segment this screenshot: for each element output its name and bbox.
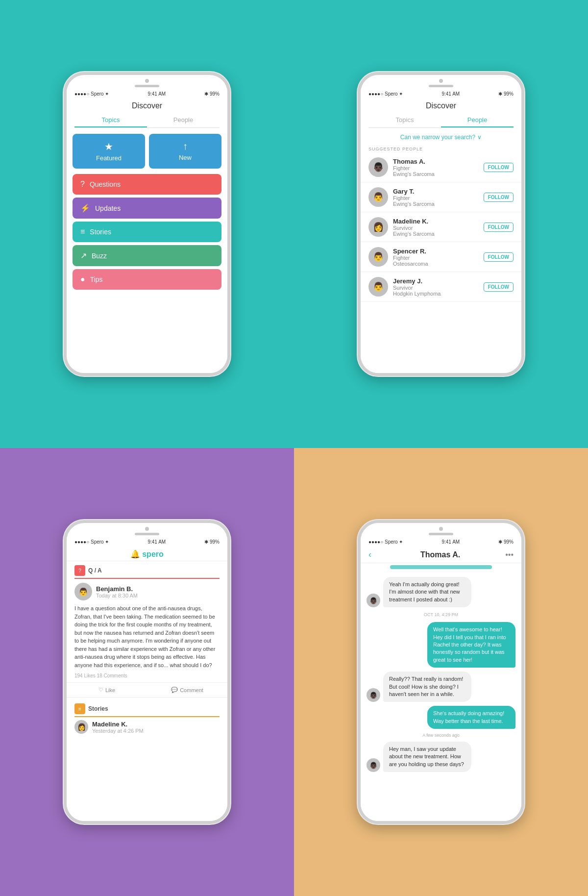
discover-title-2: Discover — [368, 101, 514, 110]
qa-section-badge: ? Q / A — [67, 561, 227, 578]
lightning-icon: ⚡ — [80, 203, 90, 213]
quadrant-top-right: ●●●●○ Spero ✦ 9:41 AM ✱ 99% Discover Top… — [294, 0, 588, 448]
back-button[interactable]: ‹ — [368, 549, 371, 560]
phone-2: ●●●●○ Spero ✦ 9:41 AM ✱ 99% Discover Top… — [358, 72, 524, 376]
person-info-2: Madeline K. Survivor Ewing's Sarcoma — [393, 218, 479, 237]
mini-author-avatar: 👩 — [74, 720, 88, 734]
speaker-2 — [429, 85, 453, 87]
follow-button-3[interactable]: FOLLOW — [484, 252, 514, 262]
status-bar-3: ●●●●○ Spero ✦ 9:41 AM ✱ 99% — [67, 537, 227, 546]
carrier-4: ●●●●○ Spero ✦ — [368, 539, 403, 545]
tab-topics-2[interactable]: Topics — [368, 113, 441, 127]
featured-button[interactable]: ★ Featured — [73, 134, 145, 169]
quadrant-bottom-left: ●●●●○ Spero ✦ 9:41 AM ✱ 99% 🔔 spero ? Q … — [0, 448, 294, 896]
screen2-header: Discover Topics People — [361, 98, 521, 130]
follow-button-2[interactable]: FOLLOW — [484, 223, 514, 232]
camera-dot-3 — [145, 527, 149, 531]
tab-topics-1[interactable]: Topics — [74, 113, 147, 127]
person-row-4: 👨 Jeremy J. Survivor Hodgkin Lymphoma FO… — [361, 272, 521, 302]
avatar-gary: 👨 — [368, 187, 388, 207]
narrow-search[interactable]: Can we narrow your search? ∨ — [361, 130, 521, 145]
battery-4: ✱ 99% — [498, 539, 514, 545]
like-button[interactable]: ♡ Like — [67, 683, 147, 697]
qa-label: Q / A — [88, 567, 102, 574]
battery-3: ✱ 99% — [204, 539, 220, 545]
msg-avatar-2: 👨🏿 — [367, 758, 380, 772]
more-options-button[interactable]: ••• — [505, 550, 514, 559]
time-1: 9:41 AM — [147, 91, 166, 97]
new-button[interactable]: ↑ New — [149, 134, 221, 169]
msg-in-2: 👨🏿 Hey man, I saw your update about the … — [367, 742, 515, 772]
post-body: I have a question about one of the anti-… — [67, 602, 227, 671]
stories-icon: ≡ — [74, 703, 85, 714]
comment-button[interactable]: 💬 Comment — [147, 683, 227, 697]
avatar-jeremy: 👨 — [368, 277, 388, 297]
post-author-name: Benjamin B. — [96, 585, 138, 593]
person-name-3: Spencer R. — [393, 248, 479, 255]
bubble-out-1: She's actually doing amazing! Way better… — [427, 706, 515, 729]
person-condition-3: Osteosarcoma — [393, 261, 479, 267]
screen1-header: Discover Topics People — [67, 98, 227, 130]
time-4: 9:41 AM — [441, 539, 460, 545]
post-time: Today at 8:30 AM — [96, 593, 138, 598]
like-label: Like — [105, 687, 115, 693]
screen-1: ●●●●○ Spero ✦ 9:41 AM ✱ 99% Discover Top… — [67, 89, 227, 373]
screen-2: ●●●●○ Spero ✦ 9:41 AM ✱ 99% Discover Top… — [361, 89, 521, 373]
battery-1: ✱ 99% — [204, 91, 220, 97]
phone-top-bar-3 — [67, 523, 227, 537]
follow-button-4[interactable]: FOLLOW — [484, 282, 514, 292]
person-row-0: 👨🏿 Thomas A. Fighter Ewing's Sarcoma FOL… — [361, 152, 521, 182]
star-icon: ★ — [104, 141, 113, 152]
menu-stories[interactable]: ≡ Stories — [73, 222, 221, 242]
new-label: New — [179, 154, 192, 161]
tab-people-2[interactable]: People — [441, 113, 514, 127]
featured-row: ★ Featured ↑ New — [73, 134, 221, 169]
tips-label: Tips — [90, 275, 103, 283]
chevron-down-icon: ∨ — [477, 134, 482, 141]
bubble-in-0: Yeah I'm actually doing great! I'm almos… — [383, 577, 471, 607]
quadrant-bottom-right: ●●●●○ Spero ✦ 9:41 AM ✱ 99% ‹ Thomas A. … — [294, 448, 588, 896]
avatar-spencer: 👨 — [368, 247, 388, 267]
time-3: 9:41 AM — [147, 539, 166, 545]
chat-header: ‹ Thomas A. ••• — [361, 546, 521, 563]
battery-2: ✱ 99% — [498, 91, 514, 97]
updates-label: Updates — [95, 204, 121, 212]
chat-date-0: OCT 10, 4:29 PM — [367, 612, 515, 617]
person-condition-1: Ewing's Sarcoma — [393, 201, 479, 207]
phone-top-bar-1 — [67, 75, 227, 89]
follow-button-1[interactable]: FOLLOW — [484, 193, 514, 202]
comment-label: Comment — [180, 687, 203, 693]
post-actions: ♡ Like 💬 Comment — [67, 682, 227, 697]
person-role-0: Fighter — [393, 165, 479, 171]
phone-top-bar-2 — [361, 75, 521, 89]
follow-button-0[interactable]: FOLLOW — [484, 163, 514, 172]
phone-4: ●●●●○ Spero ✦ 9:41 AM ✱ 99% ‹ Thomas A. … — [358, 520, 524, 824]
speaker-4 — [429, 533, 453, 535]
narrow-search-text: Can we narrow your search? — [400, 134, 475, 141]
featured-label: Featured — [96, 154, 122, 162]
menu-questions[interactable]: ? Questions — [73, 174, 221, 195]
person-row-1: 👨 Gary T. Fighter Ewing's Sarcoma FOLLOW — [361, 182, 521, 212]
bubble-in-2: Hey man, I saw your update about the new… — [383, 742, 471, 772]
carrier-3: ●●●●○ Spero ✦ — [74, 539, 109, 545]
tab-people-1[interactable]: People — [147, 113, 220, 127]
menu-updates[interactable]: ⚡ Updates — [73, 198, 221, 219]
person-role-1: Fighter — [393, 195, 479, 201]
menu-buzz[interactable]: ↗ Buzz — [73, 245, 221, 266]
post-author-avatar: 👨 — [74, 583, 92, 600]
mini-post-time: Yesterday at 4:26 PM — [92, 728, 144, 734]
list-icon: ≡ — [80, 227, 85, 236]
camera-dot-2 — [439, 79, 443, 83]
bubble-in-1: Really?? That really is random! But cool… — [383, 672, 471, 702]
menu-tips[interactable]: ● Tips — [73, 269, 221, 290]
phone-1: ●●●●○ Spero ✦ 9:41 AM ✱ 99% Discover Top… — [64, 72, 230, 376]
person-row-2: 👩 Madeline K. Survivor Ewing's Sarcoma F… — [361, 212, 521, 242]
status-bar-4: ●●●●○ Spero ✦ 9:41 AM ✱ 99% — [361, 537, 521, 546]
stories-section-badge: ≡ Stories — [67, 699, 227, 716]
camera-dot-4 — [439, 527, 443, 531]
questions-label: Questions — [90, 180, 121, 188]
question-icon: ? — [80, 180, 85, 189]
buzz-label: Buzz — [92, 252, 107, 260]
post-author-row: 👨 Benjamin B. Today at 8:30 AM — [67, 579, 227, 602]
msg-in-0: 👨🏿 Yeah I'm actually doing great! I'm al… — [367, 577, 515, 607]
